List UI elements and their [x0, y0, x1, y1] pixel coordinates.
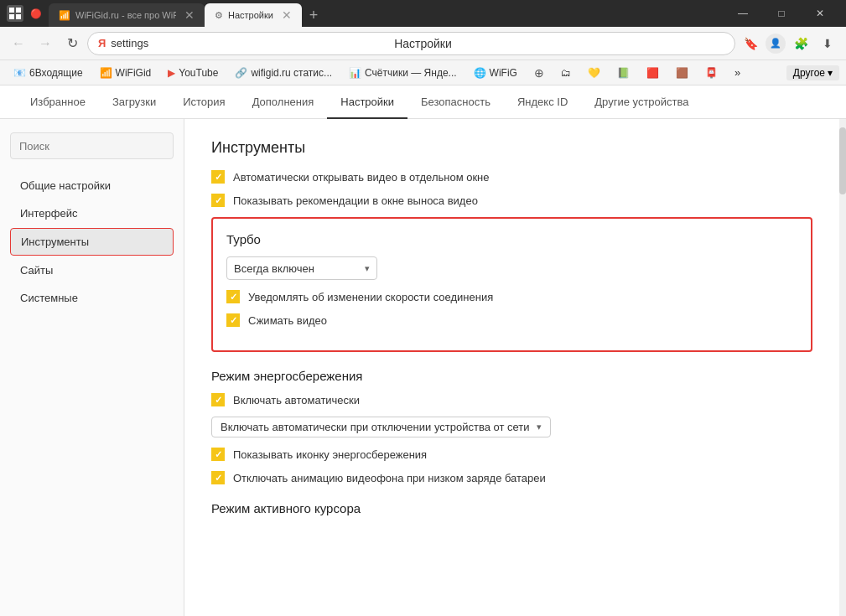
bookmark-col4[interactable]: 🟥: [640, 65, 666, 80]
show-energy-icon-row: Показывать иконку энергосбережения: [211, 448, 812, 461]
bookmark-col6[interactable]: 📮: [698, 65, 724, 80]
search-input[interactable]: [10, 132, 174, 159]
refresh-icon: ↻: [67, 35, 78, 51]
bookmark-col1[interactable]: 🗂: [554, 65, 578, 80]
bookmark-wific-label: WiFiG: [490, 67, 517, 79]
svg-rect-2: [9, 14, 14, 19]
inbox-icon: 📧: [13, 67, 26, 79]
expand-icon: »: [734, 66, 740, 79]
sidebar-item-sites[interactable]: Сайты: [10, 257, 174, 283]
tab-wifigid-close[interactable]: ✕: [184, 8, 195, 22]
scrollbar-track[interactable]: [839, 119, 846, 616]
youtube-icon: ▶: [168, 67, 175, 79]
sidebar-item-tools[interactable]: Инструменты: [10, 228, 174, 256]
bookmarks-bar: 📧 6Входящие 📶 WiFiGid ▶ YouTube 🔗 wifigi…: [0, 60, 846, 85]
bookmark-wifigid2[interactable]: 🔗 wifigid.ru статис...: [228, 65, 339, 80]
sidebar: Общие настройки Интерфейс Инструменты Са…: [0, 119, 184, 616]
nav-extensions[interactable]: Дополнения: [239, 85, 328, 119]
bookmark-icon: 🔖: [744, 37, 758, 50]
energy-dropdown-value: Включать автоматически при отключении ус…: [221, 421, 530, 433]
titlebar-left: 🔴: [7, 5, 42, 22]
nav-other-devices[interactable]: Другие устройства: [581, 85, 702, 119]
show-energy-icon-checkbox[interactable]: [211, 448, 225, 461]
scrollbar-thumb[interactable]: [839, 127, 846, 194]
tab-settings-icon: ⚙: [215, 10, 223, 21]
sidebar-item-system[interactable]: Системные: [10, 285, 174, 311]
bookmark-schetchiki[interactable]: 📊 Счётчики — Янде...: [342, 65, 464, 80]
bookmark-wifigid2-label: wifigid.ru статис...: [251, 67, 332, 79]
auto-enable-checkbox[interactable]: [211, 393, 225, 406]
other-arrow-icon: ▾: [828, 67, 833, 79]
show-recommendations-checkbox[interactable]: [211, 194, 225, 207]
other-label: Другое: [793, 67, 825, 79]
tab-settings[interactable]: ⚙ Настройки ✕: [205, 3, 302, 27]
compress-video-row: Сжимать видео: [226, 313, 797, 327]
disable-animation-checkbox[interactable]: [211, 471, 225, 484]
navbar: ← → ↻ Я settings Настройки 🔖 👤 🧩 ⬇: [0, 27, 846, 60]
bookmark-youtube[interactable]: ▶ YouTube: [161, 65, 225, 80]
tab-settings-label: Настройки: [228, 10, 273, 20]
nav-settings[interactable]: Настройки: [327, 85, 407, 119]
disable-animation-row: Отключать анимацию видеофона при низком …: [211, 471, 812, 484]
nav-security[interactable]: Безопасность: [407, 85, 504, 119]
bookmark-wific[interactable]: 🌐 WiFiG: [467, 65, 524, 80]
bookmark-more-btn[interactable]: ⊕: [527, 65, 551, 81]
auto-open-video-checkbox[interactable]: [211, 170, 225, 184]
show-recommendations-row: Показывать рекомендации в окне выноса ви…: [211, 194, 812, 207]
turbo-select-arrow-icon: ▾: [365, 263, 370, 274]
notify-speed-row: Уведомлять об изменении скорости соедине…: [226, 290, 797, 303]
energy-title: Режим энергосбережения: [211, 369, 812, 383]
back-button[interactable]: ←: [7, 32, 30, 55]
nav-yandex-id[interactable]: Яндекс ID: [504, 85, 581, 119]
bookmark-col2[interactable]: 💛: [581, 65, 607, 80]
col6-icon: 📮: [705, 67, 718, 79]
close-button[interactable]: ✕: [801, 0, 839, 27]
bookmark-col3[interactable]: 📗: [610, 65, 636, 80]
nav-downloads[interactable]: Загрузки: [99, 85, 169, 119]
compress-video-checkbox[interactable]: [226, 313, 240, 327]
compress-video-label: Сжимать видео: [248, 314, 327, 327]
tab-settings-close[interactable]: ✕: [282, 8, 292, 22]
bookmarks-expand[interactable]: »: [728, 65, 747, 80]
tab-wifigid[interactable]: 📶 WiFiGid.ru - все про WiFi ✕: [49, 3, 205, 27]
energy-dropdown-row: Включать автоматически при отключении ус…: [211, 417, 812, 437]
new-tab-button[interactable]: +: [302, 3, 325, 27]
turbo-title: Турбо: [226, 232, 797, 246]
sidebar-item-general[interactable]: Общие настройки: [10, 173, 174, 199]
maximize-button[interactable]: □: [762, 0, 801, 27]
bookmark-wifigid[interactable]: 📶 WiFiGid: [93, 65, 158, 80]
energy-dropdown[interactable]: Включать автоматически при отключении ус…: [211, 417, 551, 437]
more-icon: ⊕: [534, 66, 544, 80]
col5-icon: 🟫: [676, 67, 688, 79]
refresh-button[interactable]: ↻: [60, 32, 84, 55]
yandex-icon: Я: [98, 37, 106, 49]
turbo-section: Турбо Всегда включен ▾ Уведомлять об изм…: [211, 217, 812, 352]
navbar-right: 🔖 👤 🧩 ⬇: [739, 32, 839, 55]
auto-enable-label: Включать автоматически: [233, 394, 360, 406]
nav-favorites[interactable]: Избранное: [17, 85, 99, 119]
bookmark-button[interactable]: 🔖: [739, 32, 762, 55]
minimize-button[interactable]: —: [724, 0, 762, 27]
bookmark-inbox[interactable]: 📧 6Входящие: [7, 65, 90, 80]
forward-icon: →: [39, 36, 52, 51]
col4-icon: 🟥: [646, 67, 659, 79]
chart-icon: 📊: [349, 67, 361, 79]
energy-dropdown-arrow-icon: ▾: [537, 422, 542, 432]
notification-badge: 🔴: [30, 8, 42, 19]
avatar-button[interactable]: 👤: [766, 34, 786, 54]
disable-animation-label: Отключать анимацию видеофона при низком …: [233, 472, 546, 484]
bookmark-col5[interactable]: 🟫: [669, 65, 695, 80]
show-energy-icon-label: Показывать иконку энергосбережения: [233, 448, 427, 461]
sidebar-item-interface[interactable]: Интерфейс: [10, 200, 174, 226]
show-recommendations-label: Показывать рекомендации в окне выноса ви…: [233, 194, 478, 207]
section-title: Инструменты: [211, 139, 812, 157]
bookmark-other[interactable]: Другое ▾: [786, 65, 839, 80]
turbo-select[interactable]: Всегда включен ▾: [226, 256, 377, 280]
download-button[interactable]: ⬇: [816, 32, 839, 55]
forward-button[interactable]: →: [34, 32, 57, 55]
window-controls: — □ ✕: [724, 0, 839, 27]
extensions-button[interactable]: 🧩: [789, 32, 812, 55]
nav-history[interactable]: История: [169, 85, 238, 119]
main-layout: Общие настройки Интерфейс Инструменты Са…: [0, 119, 846, 616]
notify-speed-checkbox[interactable]: [226, 290, 240, 303]
